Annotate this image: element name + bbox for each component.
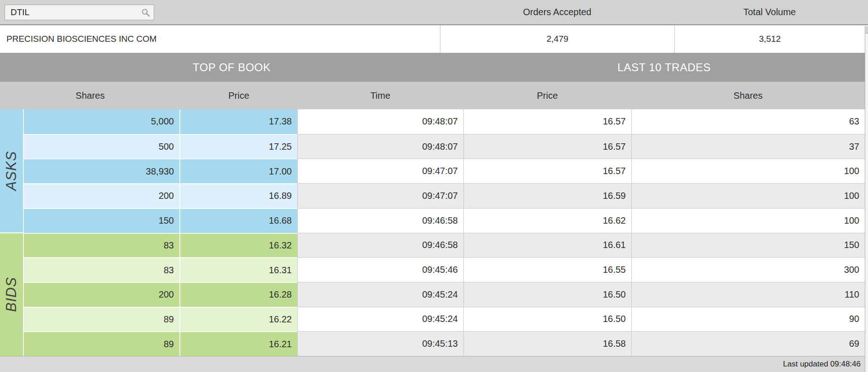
trade-time: 09:47:07: [297, 183, 463, 208]
bid-shares: 200: [24, 282, 180, 307]
top-of-book-title: TOP OF BOOK: [0, 53, 463, 82]
ticker-search-box: [5, 5, 154, 20]
last-10-trades-title: LAST 10 TRADES: [463, 53, 865, 82]
trade-price: 16.62: [463, 208, 631, 233]
trade-price: 16.50: [463, 307, 631, 332]
bid-price: 16.22: [180, 307, 297, 332]
trade-time: 09:48:07: [297, 134, 463, 159]
ticker-search-input[interactable]: [5, 5, 154, 20]
trade-shares: 100: [631, 158, 865, 183]
trade-time: 09:45:24: [297, 307, 463, 332]
trade-shares: 63: [631, 109, 865, 134]
table-row: 83 16.31 09:45:46 16.55 300: [24, 257, 865, 282]
table-row: 89 16.21 09:45:13 16.58 69: [24, 331, 865, 356]
last-updated-text: Last updated 09:48:46: [783, 360, 861, 369]
trade-time: 09:45:13: [297, 331, 463, 356]
bids-strip: BIDS: [0, 232, 24, 356]
total-volume-header: Total Volume: [674, 0, 865, 24]
table-row: 38,930 17.00 09:47:07 16.57 100: [24, 158, 865, 183]
trade-time: 09:45:46: [297, 257, 463, 282]
book-price-header: Price: [180, 82, 297, 109]
ask-shares: 38,930: [24, 158, 180, 183]
data-rows: 5,000 17.38 09:48:07 16.57 63 500 17.25 …: [24, 109, 865, 356]
trade-shares: 300: [631, 257, 865, 282]
vertical-scrollbar[interactable]: [865, 26, 868, 372]
ask-price: 16.68: [180, 208, 297, 233]
ask-price: 16.89: [180, 183, 297, 208]
bid-price: 16.31: [180, 257, 297, 282]
status-bar: Last updated 09:48:46: [0, 356, 868, 372]
trade-shares: 150: [631, 233, 865, 258]
asks-label: ASKS: [3, 151, 20, 191]
ask-price: 17.38: [180, 109, 297, 134]
ask-shares: 5,000: [24, 109, 180, 134]
trade-shares: 100: [631, 208, 865, 233]
orders-accepted-value: 2,479: [440, 25, 674, 53]
trade-shares: 110: [631, 282, 865, 307]
trade-shares: 100: [631, 183, 865, 208]
summary-row: PRECISION BIOSCIENCES INC COM 2,479 3,51…: [0, 25, 868, 53]
table-row: 150 16.68 09:46:58 16.62 100: [24, 208, 865, 233]
search-area: [0, 0, 440, 24]
trade-shares: 69: [631, 331, 865, 356]
table-row: 200 16.89 09:47:07 16.59 100: [24, 183, 865, 208]
section-title-band: TOP OF BOOK LAST 10 TRADES: [0, 53, 868, 82]
column-header-row: Shares Price Time Price Shares: [0, 82, 868, 109]
orders-accepted-header: Orders Accepted: [440, 0, 674, 24]
trade-price: 16.57: [463, 158, 631, 183]
bid-shares: 83: [24, 257, 180, 282]
table-row: 500 17.25 09:48:07 16.57 37: [24, 134, 865, 159]
trade-price: 16.57: [463, 134, 631, 159]
trade-price: 16.50: [463, 282, 631, 307]
trade-shares: 37: [631, 134, 865, 159]
bid-shares: 83: [24, 233, 180, 258]
trade-time: 09:47:07: [297, 158, 463, 183]
trade-shares: 90: [631, 307, 865, 332]
table-row: 89 16.22 09:45:24 16.50 90: [24, 307, 865, 332]
bid-price: 16.28: [180, 282, 297, 307]
trade-time: 09:46:58: [297, 233, 463, 258]
trade-price: 16.55: [463, 257, 631, 282]
side-label-column: ASKS BIDS: [0, 109, 24, 356]
trade-price: 16.58: [463, 331, 631, 356]
trade-price: 16.61: [463, 233, 631, 258]
asks-strip: ASKS: [0, 109, 24, 232]
trade-time: 09:46:58: [297, 208, 463, 233]
trades-shares-header: Shares: [631, 82, 865, 109]
ask-shares: 200: [24, 183, 180, 208]
company-name: PRECISION BIOSCIENCES INC COM: [0, 25, 440, 53]
ask-shares: 500: [24, 134, 180, 159]
trade-time: 09:45:24: [297, 282, 463, 307]
order-book-window: Orders Accepted Total Volume PRECISION B…: [0, 0, 868, 372]
bid-price: 16.32: [180, 233, 297, 258]
trades-time-header: Time: [297, 82, 463, 109]
bid-price: 16.21: [180, 331, 297, 356]
book-shares-header: Shares: [0, 82, 180, 109]
trade-time: 09:48:07: [297, 109, 463, 134]
bid-shares: 89: [24, 331, 180, 356]
trade-price: 16.59: [463, 183, 631, 208]
table-row: 83 16.32 09:46:58 16.61 150: [24, 233, 865, 258]
table-row: 5,000 17.38 09:48:07 16.57 63: [24, 109, 865, 134]
ask-price: 17.25: [180, 134, 297, 159]
ask-price: 17.00: [180, 158, 297, 183]
total-volume-value: 3,512: [674, 25, 865, 53]
bid-shares: 89: [24, 307, 180, 332]
trades-price-header: Price: [463, 82, 631, 109]
bids-label: BIDS: [3, 277, 20, 312]
table-row: 200 16.28 09:45:24 16.50 110: [24, 282, 865, 307]
trade-price: 16.57: [463, 109, 631, 134]
table-body: ASKS BIDS 5,000 17.38 09:48:07 16.57 63 …: [0, 109, 868, 356]
search-icon[interactable]: [141, 8, 150, 17]
top-bar: Orders Accepted Total Volume: [0, 0, 868, 25]
ask-shares: 150: [24, 208, 180, 233]
